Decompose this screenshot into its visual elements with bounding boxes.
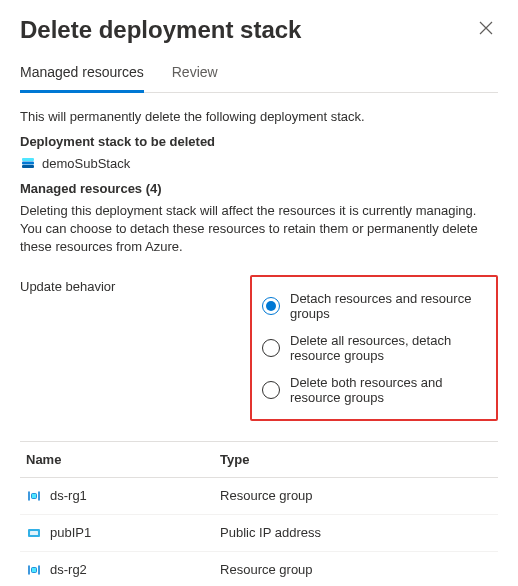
tab-review[interactable]: Review: [172, 64, 218, 93]
svg-rect-2: [22, 165, 34, 168]
radio-label: Delete both resources and resource group…: [290, 375, 486, 405]
resource-type: Resource group: [214, 551, 498, 586]
stack-name: demoSubStack: [42, 156, 130, 171]
svg-rect-1: [22, 162, 34, 165]
radio-icon: [262, 339, 280, 357]
close-button[interactable]: [474, 16, 498, 44]
update-behavior-radio-group: Detach resources and resource groups Del…: [250, 275, 498, 421]
resource-name: ds-rg2: [50, 562, 87, 577]
svg-rect-5: [30, 531, 38, 535]
tab-managed-resources[interactable]: Managed resources: [20, 64, 144, 93]
svg-rect-3: [32, 493, 37, 498]
update-behavior-row: Update behavior Detach resources and res…: [20, 275, 498, 421]
resources-table: Name Type ds-rg1Resource grouppubIP1Publ…: [20, 441, 498, 586]
dialog-header: Delete deployment stack: [20, 16, 498, 44]
svg-rect-6: [32, 567, 37, 572]
resource-name: ds-rg1: [50, 488, 87, 503]
tab-bar: Managed resources Review: [20, 64, 498, 93]
resource-group-icon: [26, 562, 42, 578]
radio-label: Delete all resources, detach resource gr…: [290, 333, 486, 363]
description-text: Deleting this deployment stack will affe…: [20, 202, 498, 257]
svg-rect-0: [22, 158, 34, 161]
column-header-type[interactable]: Type: [214, 441, 498, 477]
radio-option-detach[interactable]: Detach resources and resource groups: [262, 285, 486, 327]
managed-resources-label: Managed resources (4): [20, 181, 498, 196]
resource-name: pubIP1: [50, 525, 91, 540]
table-row[interactable]: pubIP1Public IP address: [20, 514, 498, 551]
table-header-row: Name Type: [20, 441, 498, 477]
intro-text: This will permanently delete the followi…: [20, 109, 498, 124]
radio-option-delete-resources[interactable]: Delete all resources, detach resource gr…: [262, 327, 486, 369]
dialog-title: Delete deployment stack: [20, 16, 301, 44]
close-icon: [478, 20, 494, 36]
resource-type: Public IP address: [214, 514, 498, 551]
column-header-name[interactable]: Name: [20, 441, 214, 477]
radio-icon: [262, 297, 280, 315]
radio-option-delete-both[interactable]: Delete both resources and resource group…: [262, 369, 486, 411]
table-row[interactable]: ds-rg2Resource group: [20, 551, 498, 586]
public-ip-icon: [26, 525, 42, 541]
resource-type: Resource group: [214, 477, 498, 514]
update-behavior-label: Update behavior: [20, 275, 240, 294]
radio-label: Detach resources and resource groups: [290, 291, 486, 321]
stack-section-label: Deployment stack to be deleted: [20, 134, 498, 149]
resource-group-icon: [26, 488, 42, 504]
table-row[interactable]: ds-rg1Resource group: [20, 477, 498, 514]
stack-row: demoSubStack: [20, 155, 498, 171]
stack-icon: [20, 155, 36, 171]
radio-icon: [262, 381, 280, 399]
